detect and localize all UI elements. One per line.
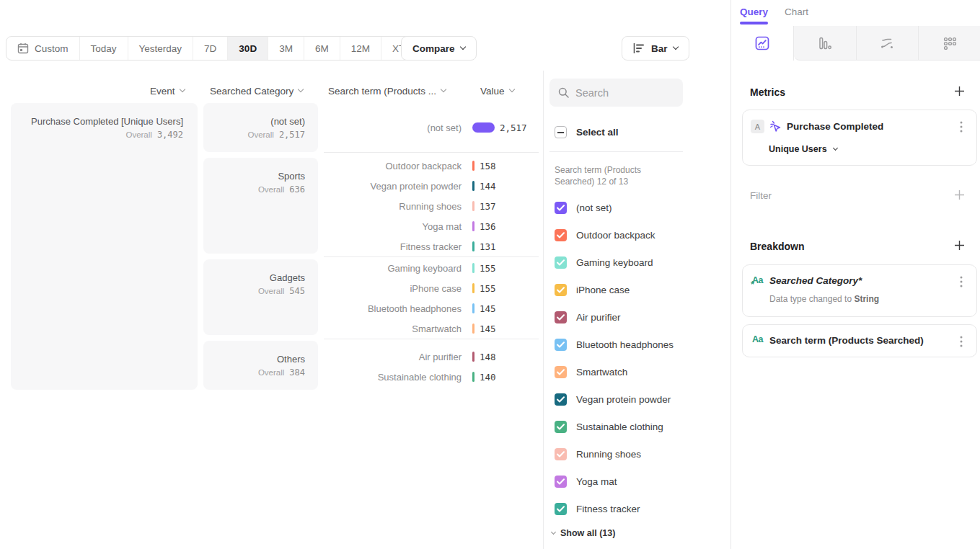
term-value: 137 (480, 201, 496, 212)
indeterminate-checkbox-icon (555, 126, 567, 138)
tab-funnels[interactable] (794, 26, 856, 61)
date-range-label: Today (91, 43, 117, 54)
table-row-bluetooth-headphones[interactable]: Bluetooth headphones145 (324, 298, 539, 318)
term-value: 145 (480, 303, 496, 314)
table-row-air-purifier[interactable]: Air purifier148 (324, 347, 539, 367)
overall-value: 2,517 (279, 130, 305, 140)
category-name: (not set) (203, 116, 305, 128)
add-filter-button[interactable] (954, 189, 966, 201)
list-item-outdoor-backpack[interactable]: Outdoor backpack (555, 221, 720, 249)
metric-card[interactable]: A Purchase Completed Unique Users (742, 110, 977, 166)
date-range-custom[interactable]: Custom (6, 37, 79, 60)
list-item-fitness-tracker[interactable]: Fitness tracker (555, 495, 720, 522)
category-cell-not-set[interactable]: (not set)Overall2,517 (203, 103, 318, 152)
value-bar (472, 303, 474, 313)
table-row-outdoor-backpack[interactable]: Outdoor backpack158 (324, 156, 539, 176)
value-bar (472, 372, 474, 382)
event-cell[interactable]: Purchase Completed [Unique Users] Overal… (11, 103, 198, 390)
list-item-vegan-protein-powder[interactable]: Vegan protein powder (555, 385, 720, 413)
list-item-yoga-mat[interactable]: Yoga mat (555, 468, 720, 495)
active-tab-underline (740, 22, 768, 24)
table-row-iphone-case[interactable]: iPhone case155 (324, 278, 539, 298)
table-row-smartwatch[interactable]: Smartwatch145 (324, 318, 539, 339)
category-cell-sports[interactable]: SportsOverall636 (203, 158, 318, 254)
tab-query[interactable]: Query (740, 6, 768, 17)
value-bar (472, 201, 474, 211)
column-header-event[interactable]: Event (150, 84, 185, 97)
date-range-3m[interactable]: 3M (268, 37, 304, 60)
column-header-label: Value (480, 86, 505, 97)
column-header-search-term[interactable]: Search term (Products ... (328, 84, 446, 97)
list-item-bluetooth-headphones[interactable]: Bluetooth headphones (555, 331, 720, 358)
term-value: 158 (480, 161, 496, 171)
date-range-label: Custom (35, 43, 69, 54)
compare-button[interactable]: Compare (401, 36, 477, 61)
table-row-vegan-protein-powder[interactable]: Vegan protein powder144 (324, 176, 539, 196)
select-all-checkbox[interactable]: Select all (555, 126, 619, 138)
metric-letter-badge: A (751, 120, 764, 133)
category-overall: Overall2,517 (203, 130, 305, 140)
overall-label: Overall (125, 130, 151, 139)
term-group-others: Air purifier148Sustainable clothing140 (324, 339, 539, 397)
list-item-air-purifier[interactable]: Air purifier (555, 303, 720, 331)
breakdown-card-search-term[interactable]: Aa Search term (Products Searched) (742, 324, 977, 357)
table-row-running-shoes[interactable]: Running shoes137 (324, 196, 539, 216)
flows-icon (878, 35, 896, 52)
date-range-30d[interactable]: 30D (227, 37, 268, 60)
table-row-gaming-keyboard[interactable]: Gaming keyboard155 (324, 258, 539, 278)
checkbox-icon (555, 311, 567, 323)
list-item-sustainable-clothing[interactable]: Sustainable clothing (555, 413, 720, 440)
table-row-sustainable-clothing[interactable]: Sustainable clothing140 (324, 367, 539, 387)
kebab-menu-icon[interactable] (955, 275, 968, 288)
list-item-label: Running shoes (576, 449, 641, 460)
search-box[interactable] (549, 79, 683, 107)
term-label: iPhone case (324, 283, 462, 294)
add-metric-button[interactable] (954, 86, 966, 97)
category-overall: Overall636 (203, 184, 305, 195)
breakdown-card-searched-category[interactable]: Aa* Searched Category* Data type changed… (742, 264, 977, 317)
table-row-not-set[interactable]: (not set)2,517 (324, 117, 539, 138)
table-row-fitness-tracker[interactable]: Fitness tracker131 (324, 236, 539, 256)
list-item-smartwatch[interactable]: Smartwatch (555, 358, 720, 385)
overall-label: Overall (258, 185, 284, 194)
overall-label: Overall (258, 287, 284, 295)
kebab-menu-icon[interactable] (955, 335, 968, 348)
date-range-yesterday[interactable]: Yesterday (128, 37, 193, 60)
list-item-iphone-case[interactable]: iPhone case (555, 276, 720, 303)
measure-selector[interactable]: Unique Users (769, 144, 837, 154)
tab-chart[interactable]: Chart (785, 6, 808, 17)
column-header-searched-category[interactable]: Searched Category (210, 84, 303, 97)
date-range-today[interactable]: Today (79, 37, 128, 60)
search-input[interactable] (575, 87, 669, 99)
list-item-gaming-keyboard[interactable]: Gaming keyboard (555, 249, 720, 276)
tab-retention[interactable] (918, 26, 980, 61)
date-range-6m[interactable]: 6M (304, 37, 340, 60)
column-header-value[interactable]: Value (480, 84, 514, 97)
category-cell-gadgets[interactable]: GadgetsOverall545 (203, 259, 318, 335)
term-label: Fitness tracker (324, 241, 462, 252)
term-group-sports: Outdoor backpack158Vegan protein powder1… (324, 152, 539, 256)
category-name: Others (203, 354, 305, 365)
term-label: Sustainable clothing (324, 372, 462, 383)
date-range-7d[interactable]: 7D (193, 37, 227, 60)
tab-flows[interactable] (856, 26, 919, 61)
kebab-menu-icon[interactable] (955, 120, 968, 133)
value-bar (472, 263, 474, 273)
list-item-label: Yoga mat (576, 476, 617, 487)
term-value: 144 (480, 181, 496, 192)
tab-insights[interactable] (731, 26, 794, 61)
term-label: Bluetooth headphones (324, 303, 462, 314)
list-item-label: Vegan protein powder (576, 394, 671, 405)
category-name: Gadgets (203, 272, 305, 284)
date-range-12m[interactable]: 12M (340, 37, 381, 60)
list-item-label: iPhone case (576, 285, 630, 295)
list-item-not-set[interactable]: (not set) (555, 194, 720, 221)
add-breakdown-button[interactable] (954, 240, 966, 251)
list-item-running-shoes[interactable]: Running shoes (555, 440, 720, 468)
chevron-down-icon (179, 86, 185, 92)
term-value: 155 (480, 283, 496, 294)
date-range-label: 30D (239, 43, 257, 54)
table-row-yoga-mat[interactable]: Yoga mat136 (324, 216, 539, 236)
show-all-button[interactable]: Show all (13) (552, 528, 615, 538)
category-cell-others[interactable]: OthersOverall384 (203, 341, 318, 390)
